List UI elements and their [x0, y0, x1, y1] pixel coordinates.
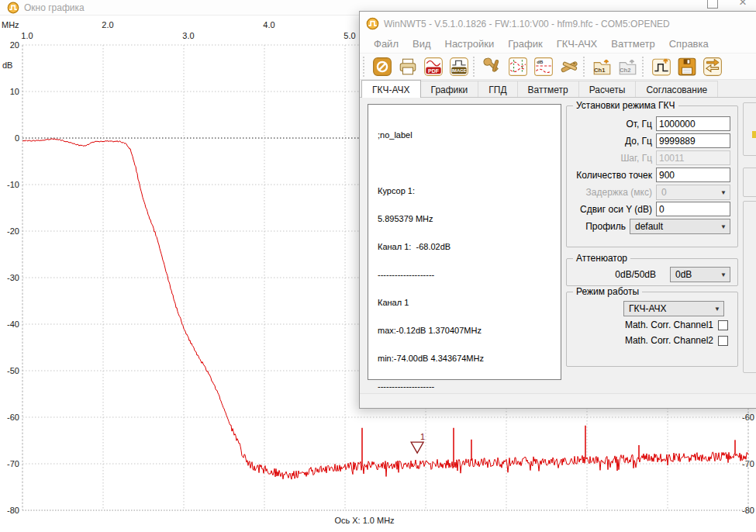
svg-text:-60: -60	[742, 413, 754, 422]
tab-matching[interactable]: Согласование	[635, 81, 718, 97]
points-count-field[interactable]	[656, 168, 730, 182]
svg-text:10: 10	[10, 87, 19, 96]
export-pdf-button[interactable]: PDF	[420, 54, 446, 78]
cutoff-panel-fragment	[743, 168, 756, 197]
tab-sweep[interactable]: ГКЧ-АЧХ	[361, 80, 421, 98]
maximize-icon[interactable]	[707, 0, 718, 9]
power-button[interactable]	[369, 54, 395, 78]
app-icon	[366, 17, 379, 30]
info-line: Канал 1	[378, 298, 561, 307]
menu-graph[interactable]: График	[501, 36, 549, 51]
info-line: --------------------	[378, 382, 561, 391]
chevron-down-icon: ▼	[720, 271, 727, 278]
export-image-button[interactable]: IMAGE	[446, 54, 471, 78]
work-mode-select[interactable]: ГКЧ-АЧХ ▼	[623, 301, 724, 316]
sweep-limits-button[interactable]	[505, 54, 530, 78]
attenuator-group: Аттенюатор 0dB/50dB 0dB ▼	[566, 258, 738, 286]
load-channel2-button[interactable]: Ch2	[615, 54, 640, 78]
svg-text:IMAGE: IMAGE	[451, 68, 466, 73]
multitool-button[interactable]	[556, 54, 582, 78]
from-hz-field[interactable]	[656, 116, 730, 131]
svg-text:3.0: 3.0	[182, 31, 194, 40]
toolbar-gripper	[583, 57, 587, 77]
info-line: Канал 1: -68.02dB	[378, 242, 561, 251]
math-corr-ch2-label: Math. Corr. Channel2	[625, 335, 713, 346]
tab-vfo[interactable]: ГПД	[478, 81, 517, 97]
svg-text:2.0: 2.0	[102, 20, 113, 29]
main-window-titlebar[interactable]: WinNWT5 - V.5.1.0.1826 - FW:1.10:V00 - h…	[360, 12, 756, 35]
attenuator-label: 0dB/50dB	[571, 269, 656, 280]
graph-window-title: Окно графика	[24, 2, 85, 13]
save-button[interactable]	[674, 54, 699, 78]
sweep-settings-group: Установки режима ГКЧ От, Гц До, Гц Шаг, …	[566, 105, 738, 247]
svg-text:1.0: 1.0	[21, 31, 33, 40]
svg-text:-10: -10	[7, 180, 19, 189]
svg-text:4.0: 4.0	[263, 20, 274, 29]
svg-text:-20: -20	[7, 226, 19, 236]
tools-button[interactable]	[479, 54, 505, 78]
toolbar-gripper	[473, 57, 477, 77]
y-shift-label: Сдвиг оси Y (dB)	[571, 204, 652, 215]
svg-text:1: 1	[420, 432, 425, 441]
svg-text:0: 0	[15, 133, 19, 143]
main-window: WinNWT5 - V.5.1.0.1826 - FW:1.10:V00 - h…	[359, 11, 756, 409]
sweep-tab-content: ;no_label Курсор 1: 5.895379 MHz Канал 1…	[360, 98, 756, 393]
attenuator-select[interactable]: 0dB ▼	[670, 267, 730, 282]
info-line: min:-74.00dB 4.343674MHz	[378, 354, 561, 363]
svg-text:-30: -30	[7, 273, 19, 282]
svg-text:-60: -60	[7, 413, 19, 422]
math-corr-ch2-checkbox[interactable]	[718, 336, 728, 346]
tab-calculations[interactable]: Расчеты	[578, 81, 637, 97]
info-line	[378, 158, 561, 168]
info-line: max:-0.12dB 1.370407MHz	[378, 326, 561, 335]
toolbar: PDF IMAGE	[360, 53, 756, 80]
svg-text:20: 20	[10, 40, 19, 50]
chevron-down-icon: ▼	[720, 223, 727, 230]
tab-bar: ГКЧ-АЧХ Графики ГПД Ваттметр Расчеты Сог…	[360, 80, 756, 98]
profile-label: Профиль	[571, 221, 626, 232]
close-icon[interactable]: ×	[739, 0, 747, 10]
info-line: ;no_label	[378, 130, 561, 140]
info-line: --------------------	[378, 270, 561, 279]
work-mode-group: Режим работы ГКЧ-АЧХ ▼ Math. Corr. Chann…	[566, 292, 738, 367]
channel-color-swatch	[752, 131, 756, 138]
menu-wattmeter[interactable]: Ваттметр	[604, 36, 661, 51]
svg-text:-40: -40	[7, 320, 19, 329]
svg-text:dB: dB	[2, 60, 12, 70]
to-hz-field[interactable]	[656, 133, 730, 148]
cutoff-panel-fragment	[743, 201, 756, 373]
svg-text:-70: -70	[7, 459, 19, 468]
chevron-down-icon: ▼	[714, 306, 720, 313]
svg-text:-80: -80	[7, 506, 19, 515]
print-button[interactable]	[395, 54, 420, 78]
menu-file[interactable]: Файл	[367, 36, 406, 51]
svg-text:5.0: 5.0	[343, 31, 355, 40]
group-title: Режим работы	[573, 286, 642, 297]
menu-help[interactable]: Справка	[662, 36, 716, 51]
toolbar-gripper	[363, 57, 367, 77]
points-count-label: Количество точек	[571, 170, 652, 181]
svg-text:dB: dB	[537, 59, 544, 64]
menu-sweep[interactable]: ГКЧ-АЧХ	[550, 36, 605, 51]
status-bar	[360, 393, 756, 408]
tab-wattmeter[interactable]: Ваттметр	[517, 81, 579, 97]
app-icon	[7, 2, 19, 14]
swap-channels-button[interactable]	[699, 54, 725, 78]
profile-select[interactable]: default ▼	[630, 219, 730, 234]
cursor-marker	[411, 442, 423, 453]
tab-graphs[interactable]: Графики	[420, 81, 479, 97]
toolbar-gripper	[642, 57, 646, 77]
step-hz-field	[656, 150, 730, 165]
load-channel1-button[interactable]: Ch1	[589, 54, 615, 78]
info-line: Курсор 1:	[378, 186, 561, 195]
delay-label: Задержка (мкс)	[571, 187, 652, 198]
cursor-info-panel: ;no_label Курсор 1: 5.895379 MHz Канал 1…	[368, 104, 561, 380]
menu-view[interactable]: Вид	[406, 36, 438, 51]
info-line: 5.895379 MHz	[378, 214, 561, 223]
load-curve-button[interactable]	[648, 54, 674, 78]
db-scale-button[interactable]: dB	[530, 54, 556, 78]
math-corr-ch1-checkbox[interactable]	[718, 320, 728, 330]
to-hz-label: До, Гц	[571, 136, 652, 147]
y-shift-field[interactable]	[656, 202, 730, 216]
menu-settings[interactable]: Настройки	[438, 36, 502, 51]
